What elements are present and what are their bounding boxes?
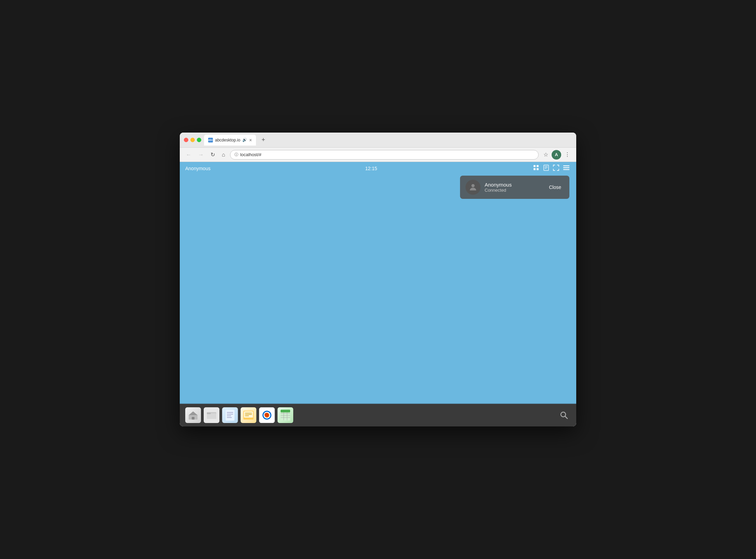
taskbar-app-text-editor[interactable]	[222, 407, 238, 423]
desktop-username: Anonymous	[185, 166, 211, 171]
svg-rect-10	[563, 169, 569, 170]
svg-line-39	[565, 416, 567, 419]
svg-rect-18	[226, 410, 234, 421]
reload-button[interactable]: ↻	[208, 150, 217, 159]
notification-content: Anonymous Connected	[485, 182, 542, 193]
new-tab-button[interactable]: +	[259, 135, 268, 145]
grid-view-icon[interactable]	[532, 164, 541, 173]
svg-rect-16	[207, 413, 216, 419]
notification-status: Connected	[485, 188, 542, 193]
maximize-window-button[interactable]	[197, 138, 201, 142]
desktop-clock: 12:15	[365, 166, 377, 171]
svg-rect-0	[534, 165, 536, 167]
fullscreen-icon[interactable]	[552, 164, 561, 173]
taskbar-apps	[185, 407, 554, 423]
svg-rect-2	[534, 168, 536, 170]
notification-card: Anonymous Connected Close	[460, 176, 569, 199]
nav-bar: ← → ↻ ⌂ ⓘ localhost/# ☆ A ⋮	[180, 148, 576, 162]
notification-close-button[interactable]: Close	[546, 183, 564, 191]
notification-username: Anonymous	[485, 182, 542, 188]
profile-avatar-button[interactable]: A	[552, 150, 561, 160]
tab-close-button[interactable]: ×	[249, 138, 252, 142]
svg-rect-9	[563, 167, 569, 168]
svg-rect-8	[563, 165, 569, 166]
desktop-area: Anonymous 12:15	[180, 162, 576, 403]
address-bar[interactable]: ⓘ localhost/#	[230, 150, 539, 160]
tab-audio-icon[interactable]: 🔊	[242, 138, 247, 142]
address-text: localhost/#	[240, 152, 261, 157]
desktop-topbar: Anonymous 12:15	[180, 162, 576, 175]
taskbar-app-files[interactable]	[204, 407, 219, 423]
svg-rect-4	[544, 165, 549, 171]
home-button[interactable]: ⌂	[220, 150, 227, 159]
svg-point-11	[471, 184, 474, 187]
notification-avatar	[465, 180, 481, 195]
svg-rect-17	[207, 413, 211, 414]
browser-menu-button[interactable]: ⋮	[563, 150, 572, 159]
forward-button[interactable]: →	[196, 150, 206, 159]
minimize-window-button[interactable]	[190, 138, 195, 142]
svg-rect-1	[537, 165, 539, 167]
nav-actions: ☆ A ⋮	[541, 150, 572, 160]
taskbar-app-firefox[interactable]	[259, 407, 275, 423]
taskbar-app-home[interactable]	[185, 407, 201, 423]
desktop-view-controls	[532, 164, 571, 173]
taskbar-app-sheets[interactable]	[278, 407, 293, 423]
browser-window: abc abcdesktop.io 🔊 × + ← → ↻ ⌂ ⓘ localh…	[180, 133, 576, 426]
list-view-icon[interactable]	[562, 165, 571, 172]
traffic-lights	[184, 138, 201, 142]
svg-rect-14	[192, 417, 194, 420]
tab-title: abcdesktop.io	[215, 138, 240, 142]
tab-favicon-icon: abc	[208, 138, 213, 142]
close-window-button[interactable]	[184, 138, 188, 142]
tab-bar: abc abcdesktop.io 🔊 × +	[204, 135, 572, 146]
svg-rect-3	[537, 168, 539, 170]
title-bar: abc abcdesktop.io 🔊 × +	[180, 133, 576, 148]
document-view-icon[interactable]	[542, 164, 550, 173]
back-button[interactable]: ←	[184, 150, 193, 159]
svg-rect-32	[281, 410, 290, 412]
security-icon: ⓘ	[234, 152, 238, 157]
svg-marker-13	[189, 411, 198, 415]
taskbar-app-writer[interactable]	[241, 407, 256, 423]
taskbar-search-button[interactable]	[557, 408, 571, 422]
active-tab[interactable]: abc abcdesktop.io 🔊 ×	[204, 135, 256, 146]
bookmark-button[interactable]: ☆	[541, 150, 550, 159]
taskbar	[180, 403, 576, 426]
